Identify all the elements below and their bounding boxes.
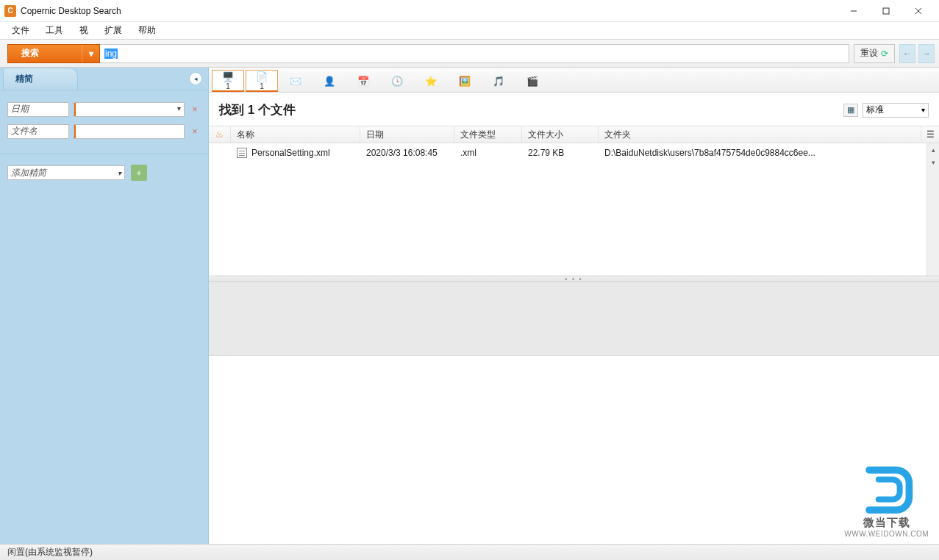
history-icon: 🕓: [391, 76, 403, 87]
filter-value-input[interactable]: ▾: [74, 102, 185, 117]
category-history[interactable]: 🕓: [381, 70, 413, 92]
reset-button[interactable]: 重设 ⟳: [854, 44, 895, 63]
add-filter-select[interactable]: 添加精简 ▾: [7, 165, 125, 180]
search-button-label: 搜索: [8, 47, 39, 60]
contact-icon: 👤: [324, 76, 335, 87]
star-icon: ⭐: [425, 76, 437, 87]
window-maximize-button[interactable]: [870, 0, 902, 22]
category-calendar[interactable]: 📅: [347, 70, 379, 92]
mail-icon: ✉️: [290, 76, 301, 87]
flame-icon: ♨: [215, 129, 224, 140]
preview-splitter[interactable]: • • •: [209, 276, 939, 282]
file-name: PersonalSetting.xml: [251, 148, 330, 158]
svg-rect-1: [883, 8, 889, 14]
status-text: 闲置(由系统监视暂停): [7, 546, 93, 559]
menu-file[interactable]: 文件: [4, 23, 37, 38]
column-date[interactable]: 日期: [360, 126, 454, 143]
filter-field-select[interactable]: 文件名: [7, 124, 69, 139]
category-contacts[interactable]: 👤: [313, 70, 346, 92]
category-all[interactable]: 🖥️1: [212, 70, 244, 92]
search-bar: 搜索 ▾ ing 重设 ⟳ ← →: [0, 40, 939, 68]
category-pictures[interactable]: 🖼️: [449, 70, 481, 92]
category-files[interactable]: 📄1: [246, 70, 278, 92]
table-row[interactable]: PersonalSetting.xml 2020/3/3 16:08:45 .x…: [209, 143, 939, 162]
reset-icon: ⟳: [881, 49, 888, 59]
column-config-button[interactable]: ☰: [921, 126, 939, 143]
add-filter-button[interactable]: ＋: [131, 165, 147, 181]
chevron-down-icon: ▾: [921, 106, 925, 114]
preview-pane-header: [209, 282, 939, 356]
document-icon: 📄: [256, 71, 268, 82]
column-type[interactable]: 文件类型: [454, 126, 522, 143]
category-videos[interactable]: 🎬: [516, 70, 549, 92]
menu-view[interactable]: 视: [72, 23, 96, 38]
file-folder: D:\BaiduNetdisk\users\7b8af475754de0c988…: [599, 148, 926, 158]
calendar-icon: 📅: [357, 76, 369, 87]
scroll-down-icon[interactable]: ▾: [927, 156, 939, 168]
menu-tools[interactable]: 工具: [38, 23, 71, 38]
column-relevance[interactable]: ♨: [209, 126, 231, 143]
results-table-body: PersonalSetting.xml 2020/3/3 16:08:45 .x…: [209, 143, 939, 276]
results-scrollbar[interactable]: ▴ ▾: [926, 143, 939, 276]
chevron-down-icon: ▾: [177, 104, 181, 112]
search-dropdown-icon[interactable]: ▾: [82, 45, 99, 62]
file-size: 22.79 KB: [522, 148, 599, 158]
menu-help[interactable]: 帮助: [131, 23, 163, 38]
nav-back-button[interactable]: ←: [899, 44, 915, 63]
search-button[interactable]: 搜索 ▾: [7, 44, 100, 63]
preview-pane: [209, 356, 939, 544]
desktop-icon: 🖥️: [222, 71, 234, 82]
category-favorites[interactable]: ⭐: [415, 70, 447, 92]
filter-remove-button[interactable]: ×: [189, 126, 201, 137]
column-folder[interactable]: 文件夹: [599, 126, 921, 143]
filter-field-select[interactable]: 日期: [7, 102, 69, 117]
column-name[interactable]: 名称: [231, 126, 360, 143]
sidebar-tab-refine[interactable]: 精简: [3, 68, 78, 90]
results-table-header: ♨ 名称 日期 文件类型 文件大小 文件夹 ☰: [209, 126, 939, 143]
add-filter-label: 添加精简: [11, 167, 46, 179]
results-heading: 找到 1 个文件: [219, 101, 296, 118]
grid-view-button[interactable]: ▦: [843, 104, 858, 117]
menu-bar: 文件 工具 视 扩展 帮助: [0, 22, 939, 40]
chevron-down-icon: ▾: [118, 169, 121, 177]
column-size[interactable]: 文件大小: [522, 126, 599, 143]
window-minimize-button[interactable]: [838, 0, 870, 22]
picture-icon: 🖼️: [459, 76, 471, 87]
view-mode-select[interactable]: 标准 ▾: [863, 103, 929, 118]
status-bar: 闲置(由系统监视暂停): [0, 544, 939, 560]
window-close-button[interactable]: [902, 0, 935, 22]
file-icon: [237, 148, 247, 158]
view-mode-label: 标准: [866, 104, 884, 116]
music-icon: 🎵: [493, 76, 504, 87]
main-content: 🖥️1 📄1 ✉️ 👤 📅 🕓 ⭐ 🖼️ 🎵 🎬 找到 1 个文件 ▦ 标准 ▾…: [209, 68, 939, 544]
filter-row-date: 日期 ▾ ×: [7, 102, 201, 117]
sidebar: 精简 ◂ 日期 ▾ × 文件名 × 添加精简 ▾ ＋: [0, 68, 209, 544]
title-bar: C Copernic Desktop Search: [0, 0, 939, 22]
video-icon: 🎬: [526, 76, 538, 87]
window-title: Copernic Desktop Search: [21, 6, 121, 16]
category-emails[interactable]: ✉️: [279, 70, 312, 92]
category-bar: 🖥️1 📄1 ✉️ 👤 📅 🕓 ⭐ 🖼️ 🎵 🎬: [209, 68, 939, 93]
file-date: 2020/3/3 16:08:45: [360, 148, 454, 158]
sidebar-collapse-button[interactable]: ◂: [189, 72, 202, 85]
filter-value-input[interactable]: [74, 124, 185, 139]
scroll-up-icon[interactable]: ▴: [927, 143, 939, 156]
category-music[interactable]: 🎵: [482, 70, 515, 92]
menu-extensions[interactable]: 扩展: [97, 23, 129, 38]
search-input[interactable]: ing: [100, 44, 849, 63]
nav-forward-button[interactable]: →: [918, 44, 935, 63]
reset-label: 重设: [860, 47, 878, 60]
filter-row-filename: 文件名 ×: [7, 124, 201, 139]
filter-remove-button[interactable]: ×: [189, 104, 201, 115]
app-icon: C: [4, 5, 16, 17]
file-type: .xml: [454, 148, 522, 158]
search-query-text: ing: [104, 49, 118, 59]
